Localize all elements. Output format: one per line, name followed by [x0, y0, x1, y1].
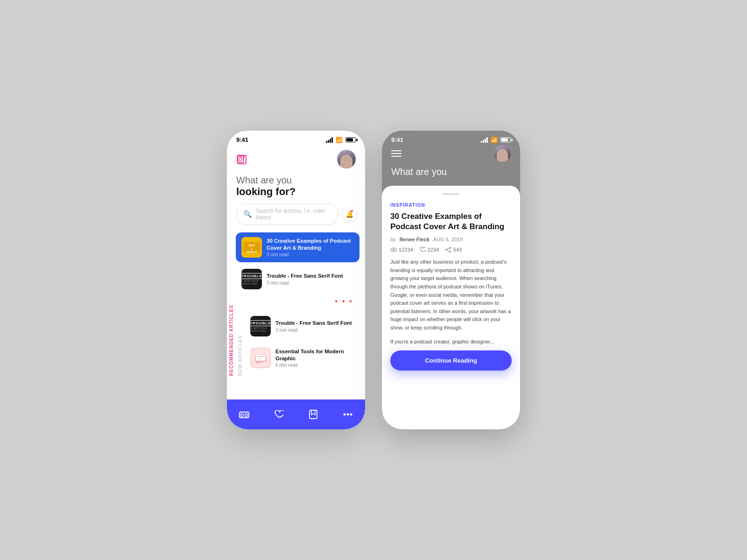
article-title-trouble-rec: Trouble - Free Sans Serif Font [267, 273, 354, 280]
stat-views: 12234 [390, 247, 413, 252]
status-bar-left: 9:41 📶 [227, 131, 365, 145]
bottom-nav-left [227, 399, 365, 429]
article-card-podcast[interactable]: SKIP & REPEAT 30 Creative Examples of Po… [236, 232, 359, 262]
svg-rect-14 [241, 414, 243, 416]
article-info-podcast: 30 Creative Examples of Podcast Cover Ar… [267, 238, 354, 258]
hamburger-menu[interactable] [391, 150, 402, 157]
recommended-section: SKIP & REPEAT 30 Creative Examples of Po… [236, 231, 365, 380]
article-thumb-trouble-rec: TROUBLE A NEW SANS SERIF FONT [241, 269, 262, 289]
svg-point-23 [450, 251, 451, 252]
recommended-list: SKIP & REPEAT 30 Creative Examples of Po… [236, 231, 365, 309]
podcast-thumb-image: SKIP & REPEAT [241, 237, 262, 258]
svg-rect-15 [245, 414, 247, 416]
new-section: New articles TROUBLE A NEW SANS SERIF FO… [236, 309, 365, 380]
article-meta-trouble-rec: 3 min read [267, 280, 354, 286]
trouble-sub-new: A NEW SANS SERIF FONT [250, 327, 271, 332]
tools-thumb [250, 348, 271, 368]
article-body: Just like any other business or product,… [390, 258, 512, 332]
search-bar[interactable]: 🔍 Search for articles, i.e. color theory [236, 203, 339, 225]
nav-favorites[interactable] [269, 405, 288, 424]
battery-icon-right [500, 137, 511, 142]
phone-left: 9:41 📶 [227, 131, 365, 429]
battery-icon [345, 137, 356, 142]
svg-line-25 [447, 248, 450, 249]
article-category: INSPIRATION [390, 203, 512, 208]
status-icons-right: 📶 [481, 137, 511, 143]
nav-more[interactable] [338, 405, 357, 424]
shares-count: 543 [453, 247, 462, 252]
article-sheet: INSPIRATION 30 Creative Examples of Podc… [382, 186, 520, 429]
edit-icon[interactable] [236, 154, 247, 164]
right-headline: What are you [391, 167, 511, 179]
article-title-podcast: 30 Creative Examples of Podcast Cover Ar… [267, 238, 354, 252]
svg-point-19 [350, 413, 352, 416]
svg-point-18 [347, 413, 349, 416]
nav-bookmarks[interactable] [304, 405, 323, 424]
article-thumb-tools [250, 348, 271, 368]
article-big-title: 30 Creative Examples of Podcast Cover Ar… [390, 211, 512, 232]
signal-icon [326, 137, 333, 143]
search-icon: 🔍 [243, 210, 252, 218]
sheet-handle [443, 193, 459, 195]
article-title-tools: Essential Tools for Modern Graphic [275, 348, 354, 362]
article-meta-trouble-new: 3 min read [275, 328, 354, 333]
article-card-tools[interactable]: Essential Tools for Modern Graphic 6 min… [245, 343, 359, 373]
by-label: by [390, 237, 396, 242]
headline-line2: looking for? [236, 186, 356, 198]
article-title-trouble-new: Trouble - Free Sans Serif Font [275, 320, 354, 327]
signal-icon-right [481, 137, 488, 143]
fade-overlay [382, 377, 520, 396]
bottom-nav-right [382, 403, 520, 429]
stat-shares[interactable]: 543 [445, 247, 462, 252]
trouble-sub-rec: A NEW SANS SERIF FONT [241, 280, 262, 285]
svg-text:SKIP: SKIP [248, 244, 255, 247]
article-card-trouble-new[interactable]: TROUBLE A NEW SANS SERIF FONT Trouble - … [245, 311, 359, 341]
new-label: New articles [236, 309, 245, 380]
article-meta-tools: 6 min read [275, 363, 354, 368]
wifi-icon-right: 📶 [491, 137, 498, 143]
right-header-row [391, 145, 511, 162]
stats-row: 12234 2234 543 [390, 247, 512, 252]
search-placeholder: Search for articles, i.e. color theory [256, 208, 332, 221]
right-header: What are you [382, 145, 520, 186]
stat-likes[interactable]: 2234 [420, 247, 439, 252]
phone-right: 9:41 📶 What are you [382, 131, 520, 429]
svg-rect-16 [310, 410, 317, 419]
more-dots[interactable]: • • • [236, 297, 359, 307]
article-date: AUG 6, 2019 [433, 237, 463, 242]
notification-bell[interactable]: 🔔 [343, 208, 356, 221]
status-icons-left: 📶 [326, 137, 356, 143]
svg-point-17 [344, 413, 346, 416]
trouble-thumb-new: TROUBLE A NEW SANS SERIF FONT [250, 316, 271, 336]
sections-wrapper: Recommended articles SKIP & [227, 231, 365, 380]
headline-area: What are you looking for? [227, 171, 365, 203]
header-left [227, 145, 365, 171]
likes-count: 2234 [428, 247, 439, 252]
wifi-icon: 📶 [336, 137, 343, 143]
article-info-trouble-rec: Trouble - Free Sans Serif Font 3 min rea… [267, 273, 354, 286]
svg-rect-0 [237, 156, 244, 162]
battery-fill [346, 138, 353, 141]
recommended-label: Recommended articles [227, 231, 236, 380]
svg-line-26 [447, 250, 450, 251]
article-meta-podcast: 3 min read [267, 252, 354, 257]
status-bar-right: 9:41 📶 [382, 131, 520, 145]
continue-reading-button[interactable]: Continue Reading [390, 350, 512, 371]
views-count: 12234 [399, 247, 413, 252]
article-body-2: If you're a podcast creator, graphic des… [390, 338, 512, 346]
trouble-text-new: TROUBLE [250, 320, 271, 326]
article-thumb-trouble-new: TROUBLE A NEW SANS SERIF FONT [250, 316, 271, 336]
article-byline: by Renee Fleck AUG 6, 2019 [390, 237, 512, 242]
svg-text:REPEAT: REPEAT [246, 251, 257, 253]
time-left: 9:41 [236, 136, 248, 143]
article-thumb-podcast: SKIP & REPEAT [241, 237, 262, 258]
article-card-trouble-rec[interactable]: TROUBLE A NEW SANS SERIF FONT Trouble - … [236, 264, 359, 294]
avatar-left[interactable] [337, 150, 356, 168]
scene: 9:41 📶 [208, 103, 539, 457]
svg-point-22 [450, 247, 451, 249]
search-row: 🔍 Search for articles, i.e. color theory… [227, 203, 365, 225]
time-right: 9:41 [391, 136, 403, 143]
article-info-tools: Essential Tools for Modern Graphic 6 min… [275, 348, 354, 368]
avatar-right[interactable] [494, 145, 511, 162]
nav-home[interactable] [235, 405, 254, 424]
